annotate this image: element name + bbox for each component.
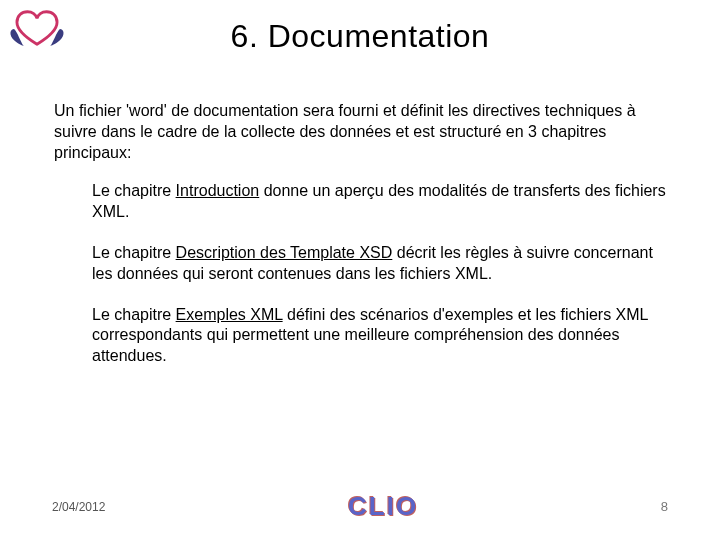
chapter-2-prefix: Le chapitre bbox=[92, 244, 176, 261]
chapter-2: Le chapitre Description des Template XSD… bbox=[92, 243, 666, 285]
chapter-1-name: Introduction bbox=[176, 182, 260, 199]
chapter-2-name: Description des Template XSD bbox=[176, 244, 393, 261]
chapter-3: Le chapitre Exemples XML défini des scén… bbox=[92, 305, 666, 367]
footer-logo: CLIO bbox=[348, 491, 418, 522]
chapter-3-prefix: Le chapitre bbox=[92, 306, 176, 323]
content-area: Un fichier 'word' de documentation sera … bbox=[0, 55, 720, 367]
intro-paragraph: Un fichier 'word' de documentation sera … bbox=[54, 101, 666, 163]
footer: 2/04/2012 CLIO 8 bbox=[0, 491, 720, 522]
page-title: 6. Documentation bbox=[0, 18, 720, 55]
footer-date: 2/04/2012 bbox=[52, 500, 105, 514]
heart-logo-icon bbox=[8, 6, 66, 48]
chapter-1-prefix: Le chapitre bbox=[92, 182, 176, 199]
chapter-1: Le chapitre Introduction donne un aperçu… bbox=[92, 181, 666, 223]
chapter-3-name: Exemples XML bbox=[176, 306, 283, 323]
footer-page-number: 8 bbox=[661, 499, 668, 514]
